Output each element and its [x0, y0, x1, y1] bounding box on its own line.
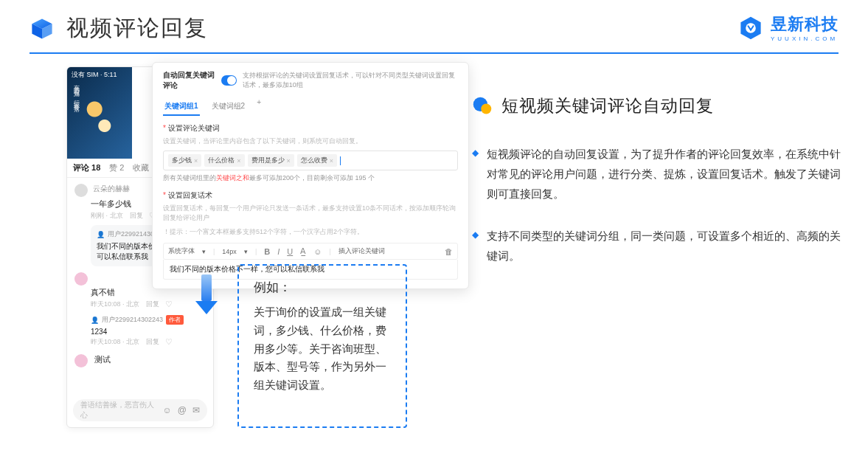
- arrow-down-icon: [195, 274, 218, 314]
- page-title: 视频评论回复: [66, 13, 208, 44]
- emoji-icon[interactable]: ☺: [313, 247, 322, 256]
- title-underline: [29, 52, 839, 54]
- tab-kwgroup-2[interactable]: 关键词组2: [210, 98, 247, 116]
- svg-point-4: [746, 23, 756, 33]
- bullet-item: 支持不同类型的关键词分组，同一类问题，可设置多个相近的、高频的关键词。: [472, 226, 841, 266]
- reply-section-hint: 设置回复话术，每回复一个用户评论只发送一条话术，最多支持设置10条不同话术，按添…: [163, 204, 458, 223]
- remove-tag-icon[interactable]: ×: [330, 157, 333, 165]
- keyword-settings-card: 自动回复关键词评论 支持根据评论的关键词设置回复话术，可以针对不同类型关键词设置…: [152, 62, 469, 289]
- comment-meta: 刚刚 · 北京 回复: [91, 211, 143, 221]
- brand-hex-icon: [738, 15, 763, 41]
- keyword-tag: 什么价格×: [204, 154, 244, 167]
- brand-name-en: YUUXIN.COM: [771, 35, 838, 42]
- tab-comments[interactable]: 评论 18: [73, 162, 100, 173]
- example-body: 关于询价的设置成一组关键词，多少钱、什么价格，费用多少等。关于咨询班型、版本、型…: [254, 303, 391, 395]
- font-select[interactable]: 系统字体: [168, 246, 195, 256]
- author-reply: 👤用户2299214302243作者 1234 昨天10:08 · 北京 回复♡: [91, 314, 206, 348]
- remove-tag-icon[interactable]: ×: [237, 157, 240, 165]
- bold-icon[interactable]: B: [264, 247, 270, 256]
- auto-reply-label: 自动回复关键词评论: [163, 70, 215, 91]
- keyword-tag: 多少钱×: [168, 154, 201, 167]
- reply-user: 用户2299214302243: [102, 315, 163, 325]
- comment-input[interactable]: 善语结善缘，恶言伤人心 ☺ @ ✉: [73, 399, 207, 421]
- brand-logo: 昱新科技 YUUXIN.COM: [738, 13, 839, 42]
- example-box: 例如： 关于询价的设置成一组关键词，多少钱、什么价格，费用多少等。关于咨询班型、…: [237, 264, 407, 428]
- section-subhead: 短视频关键词评论自动回复: [472, 94, 841, 117]
- text-cursor: [340, 156, 341, 165]
- avatar: [74, 354, 88, 367]
- user-icon: 👤: [91, 317, 99, 324]
- comment-text: 测试: [94, 355, 111, 364]
- kw-section-hint: 设置关键词，当评论里内容包含了以下关键词，则系统可自动回复。: [163, 136, 458, 146]
- chat-bubble-icon: [472, 96, 493, 117]
- heart-icon[interactable]: ♡: [165, 300, 173, 309]
- example-title: 例如：: [254, 279, 391, 296]
- comment-placeholder: 善语结善缘，恶言伤人心: [80, 400, 157, 421]
- insert-keyword-button[interactable]: 插入评论关键词: [338, 246, 385, 256]
- author-badge: 作者: [166, 315, 184, 325]
- feature-bullets: 短视频评论的自动回复设置，为了提升作者的评论回复效率，在系统中针对常见的评论用户…: [472, 144, 841, 266]
- tab-likes[interactable]: 赞 2: [109, 162, 124, 173]
- heart-icon[interactable]: ♡: [165, 337, 173, 347]
- brand-name-zh: 昱新科技: [771, 13, 839, 35]
- avatar: [74, 184, 88, 197]
- keyword-tag: 费用是多少×: [248, 154, 294, 167]
- kw-section-label: 设置评论关键词: [163, 123, 458, 134]
- auto-reply-toggle[interactable]: [221, 75, 237, 86]
- keyword-tag: 怎么收费×: [297, 154, 337, 167]
- italic-icon[interactable]: I: [277, 247, 280, 256]
- description-column: 短视频关键词评论自动回复 短视频评论的自动回复设置，为了提升作者的评论回复效率，…: [472, 94, 841, 288]
- add-kwgroup-button[interactable]: +: [257, 98, 261, 116]
- kw-count-hint: 所有关键词组里的关键词之和最多可添加200个，目前剩余可添加 195 个: [163, 173, 458, 183]
- video-caption: 有的乃有漏，行家亦有落: [72, 80, 80, 103]
- delete-icon[interactable]: 🗑: [445, 247, 453, 256]
- reply-section-hint2: ！提示：一个富文本框最多支持512个字符，一个汉字占用2个字符。: [163, 227, 458, 237]
- remove-tag-icon[interactable]: ×: [194, 157, 198, 165]
- emoji-icon[interactable]: ☺: [163, 405, 172, 415]
- tab-kwgroup-1[interactable]: 关键词组1: [163, 98, 200, 116]
- comment-meta: 昨天10:08 · 北京 回复: [91, 300, 159, 309]
- comment-user: 云朵的赫赫: [93, 184, 130, 193]
- phone-status-bar: 没有 SIM · 5:11: [72, 70, 117, 80]
- reply-text: 1234: [91, 327, 206, 337]
- send-icon[interactable]: ✉: [192, 405, 200, 415]
- avatar: [74, 272, 88, 286]
- mockup-area: 没有 SIM · 5:11 有的乃有漏，行家亦有落 评论 18 赞 2 收藏 云…: [66, 66, 450, 450]
- underline-icon[interactable]: U: [287, 247, 293, 256]
- reply-meta: 昨天10:08 · 北京 回复: [91, 337, 159, 347]
- size-select[interactable]: 14px: [222, 248, 237, 255]
- comment-item: 测试: [74, 354, 206, 367]
- reply-section-label: 设置回复话术: [163, 190, 458, 201]
- cube-icon: [29, 16, 55, 41]
- keyword-input[interactable]: 多少钱× 什么价格× 费用是多少× 怎么收费×: [163, 151, 458, 170]
- svg-point-6: [481, 103, 491, 114]
- auto-reply-desc: 支持根据评论的关键词设置回复话术，可以针对不同类型关键词设置回复话术，最多添加1…: [243, 71, 458, 90]
- at-icon[interactable]: @: [178, 405, 187, 415]
- bullet-item: 短视频评论的自动回复设置，为了提升作者的评论回复效率，在系统中针对常见的评论用户…: [472, 144, 841, 204]
- tab-fav[interactable]: 收藏: [133, 162, 149, 173]
- remove-tag-icon[interactable]: ×: [287, 157, 291, 165]
- user-icon: 👤: [97, 231, 105, 238]
- slide-header: 视频评论回复 昱新科技 YUUXIN.COM: [0, 0, 868, 54]
- subhead-text: 短视频关键词评论自动回复: [501, 94, 714, 117]
- color-icon[interactable]: A̲: [300, 246, 306, 256]
- editor-toolbar: 系统字体▾ | 14px▾ | B I U A̲ ☺ | 插入评论关键词 🗑: [163, 243, 458, 260]
